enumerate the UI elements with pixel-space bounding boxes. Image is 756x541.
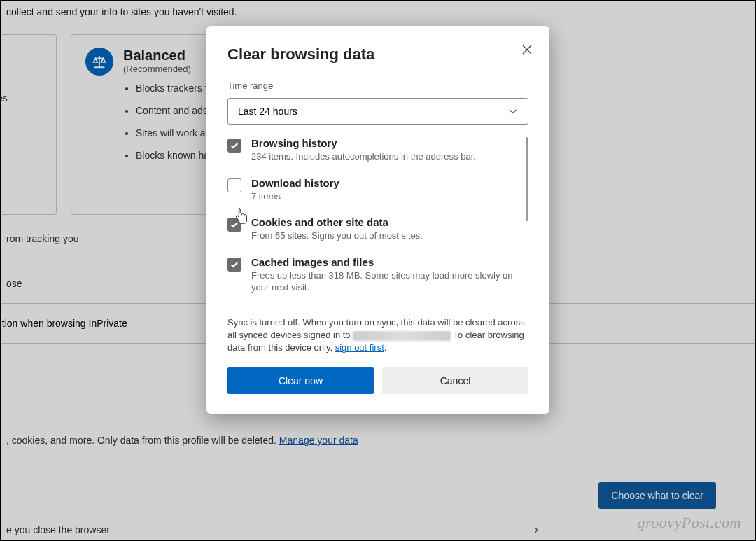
close-icon bbox=[522, 44, 533, 55]
cancel-button[interactable]: Cancel bbox=[382, 367, 528, 394]
time-range-label: Time range bbox=[227, 80, 528, 91]
option-subtitle: Frees up less than 318 MB. Some sites ma… bbox=[251, 269, 517, 294]
option-subtitle: From 65 sites. Signs you out of most sit… bbox=[251, 230, 423, 242]
balanced-subtitle: (Recommended) bbox=[123, 64, 191, 74]
option-title: Download history bbox=[251, 177, 340, 189]
checkbox-download-history[interactable] bbox=[227, 178, 241, 192]
clear-browsing-data-dialog: Clear browsing data Time range Last 24 h… bbox=[206, 26, 550, 414]
time-range-select[interactable]: Last 24 hours bbox=[227, 98, 528, 125]
option-title: Cached images and files bbox=[251, 256, 517, 268]
clear-now-button[interactable]: Clear now bbox=[227, 367, 374, 394]
redacted-account bbox=[353, 331, 451, 341]
option-subtitle: 234 items. Includes autocompletions in t… bbox=[251, 150, 476, 163]
card-a-line3: ers bbox=[0, 158, 48, 169]
close-browser-label: e you close the browser bbox=[6, 524, 110, 535]
choose-what-to-clear-button[interactable]: Choose what to clear bbox=[598, 482, 716, 509]
balance-scale-icon bbox=[85, 48, 113, 76]
option-download-history: Download history 7 items bbox=[227, 177, 528, 203]
balanced-title: Balanced bbox=[123, 48, 191, 64]
option-cookies: Cookies and other site data From 65 site… bbox=[227, 216, 528, 242]
time-range-value: Last 24 hours bbox=[238, 106, 298, 117]
chevron-right-icon[interactable]: › bbox=[534, 522, 538, 537]
option-cached: Cached images and files Frees up less th… bbox=[227, 256, 528, 294]
card-a-line2: e bbox=[0, 109, 48, 120]
option-title: Browsing history bbox=[251, 137, 476, 149]
scrollbar-thumb[interactable] bbox=[526, 137, 528, 221]
checkbox-cookies[interactable] bbox=[227, 218, 241, 232]
manage-data-link[interactable]: Manage your data bbox=[279, 435, 358, 446]
sync-note: Sync is turned off. When you turn on syn… bbox=[227, 316, 528, 355]
dialog-title: Clear browsing data bbox=[227, 45, 528, 64]
watermark: groovyPost.com bbox=[637, 514, 741, 532]
checkbox-browsing-history[interactable] bbox=[227, 139, 241, 153]
option-subtitle: 7 items bbox=[251, 190, 340, 203]
sign-out-link[interactable]: sign out first bbox=[335, 342, 384, 353]
inprivate-label: prevention when browsing InPrivate bbox=[0, 318, 127, 329]
chevron-down-icon bbox=[508, 106, 518, 116]
card-a-line1: all sites bbox=[0, 92, 48, 104]
tracking-basic-card[interactable]: all sites e ers bbox=[0, 34, 57, 215]
checkbox-cached[interactable] bbox=[227, 258, 241, 272]
dialog-close-button[interactable] bbox=[517, 40, 537, 59]
option-browsing-history: Browsing history 234 items. Includes aut… bbox=[227, 137, 528, 163]
option-title: Cookies and other site data bbox=[251, 216, 423, 228]
